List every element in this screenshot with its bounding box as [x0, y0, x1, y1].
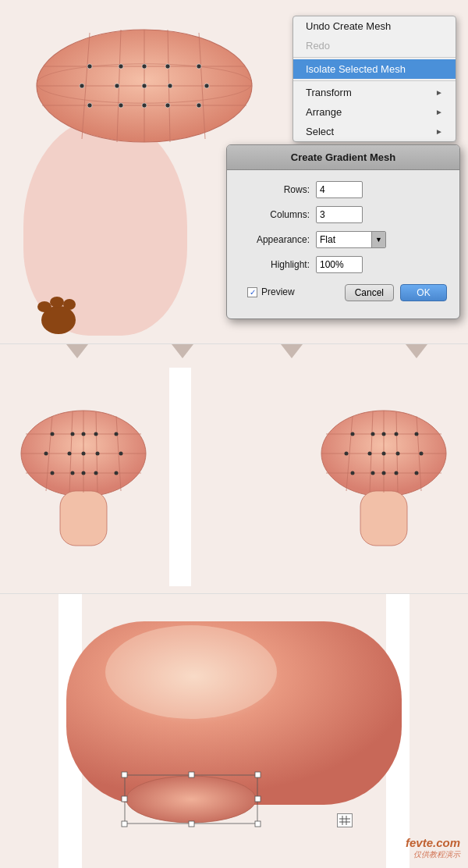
menu-item-label: Transform [306, 87, 352, 98]
appearance-row: Appearance: Flat ▼ [239, 231, 447, 248]
svg-rect-84 [189, 772, 194, 777]
svg-point-17 [142, 84, 147, 88]
menu-item-label: Undo Create Mesh [306, 20, 391, 32]
menu-item-label: Select [306, 126, 334, 137]
svg-point-21 [119, 103, 123, 108]
menu-item-redo: Redo [293, 36, 456, 55]
cancel-button[interactable]: Cancel [345, 284, 394, 301]
svg-point-53 [115, 471, 119, 475]
svg-point-22 [142, 103, 147, 108]
submenu-arrow: ► [435, 88, 443, 97]
svg-point-66 [382, 432, 386, 436]
menu-item-undo[interactable]: Undo Create Mesh [293, 16, 456, 36]
svg-point-71 [382, 452, 386, 456]
svg-point-78 [415, 471, 419, 475]
svg-point-72 [396, 452, 400, 456]
svg-point-80 [105, 625, 277, 719]
svg-point-70 [368, 452, 372, 456]
rows-input[interactable] [316, 181, 363, 198]
menu-item-label: Arrange [306, 106, 342, 118]
create-gradient-mesh-dialog: Create Gradient Mesh Rows: Columns: Appe… [226, 144, 460, 319]
submenu-arrow: ► [435, 108, 443, 116]
bottom-canvas-section: fevte.com 仅供教程演示 [0, 593, 468, 868]
submenu-arrow: ► [435, 127, 443, 136]
menu-item-select[interactable]: Select ► [293, 122, 456, 141]
appearance-label: Appearance: [239, 234, 310, 245]
middle-canvas-section [0, 343, 468, 593]
svg-point-19 [204, 84, 209, 88]
svg-point-16 [115, 84, 119, 88]
menu-separator-2 [293, 80, 456, 81]
dropdown-arrow-icon: ▼ [371, 232, 385, 247]
preview-label: Preview [261, 286, 295, 297]
svg-point-28 [63, 299, 76, 310]
svg-point-77 [395, 471, 399, 475]
white-divider-strip [169, 368, 191, 586]
svg-rect-87 [255, 796, 261, 802]
appearance-select[interactable]: Flat ▼ [316, 231, 386, 248]
dialog-title: Create Gradient Mesh [227, 145, 459, 170]
small-mesh-bottom [121, 770, 261, 829]
ok-button[interactable]: OK [400, 284, 447, 301]
svg-rect-83 [122, 772, 127, 777]
menu-item-label: Isolate Selected Mesh [306, 63, 406, 75]
svg-point-64 [351, 432, 355, 436]
columns-label: Columns: [239, 209, 310, 220]
svg-point-15 [80, 84, 84, 88]
mesh-left [12, 375, 156, 563]
paw-shape [35, 293, 82, 336]
svg-point-45 [68, 452, 72, 456]
svg-point-10 [87, 64, 92, 69]
svg-rect-88 [122, 821, 127, 827]
svg-point-20 [87, 103, 92, 108]
svg-point-39 [51, 432, 55, 436]
triangle-marker-1 [66, 344, 88, 358]
menu-item-transform[interactable]: Transform ► [293, 83, 456, 102]
svg-point-52 [94, 471, 98, 475]
svg-point-69 [345, 452, 349, 456]
svg-point-73 [420, 452, 424, 456]
menu-item-arrange[interactable]: Arrange ► [293, 102, 456, 122]
svg-point-14 [197, 64, 201, 69]
svg-point-48 [119, 452, 123, 456]
watermark-sub: 仅供教程演示 [406, 849, 460, 860]
svg-point-65 [371, 432, 375, 436]
svg-point-44 [44, 452, 48, 456]
svg-point-18 [168, 84, 172, 88]
preview-checkbox[interactable]: ✓ [247, 287, 257, 297]
dialog-body: Rows: Columns: Appearance: Flat ▼ Highli… [227, 170, 459, 318]
triangle-marker-4 [406, 344, 427, 358]
svg-point-46 [82, 452, 86, 456]
svg-point-41 [82, 432, 86, 436]
svg-point-12 [142, 64, 147, 69]
svg-point-43 [115, 432, 119, 436]
svg-point-49 [51, 471, 55, 475]
svg-point-23 [165, 103, 170, 108]
highlight-label: Highlight: [239, 259, 310, 270]
rows-label: Rows: [239, 184, 310, 195]
triangle-marker-2 [172, 344, 193, 358]
top-canvas-section: Undo Create Mesh Redo Isolate Selected M… [0, 0, 468, 343]
svg-point-24 [197, 103, 201, 108]
svg-point-76 [382, 471, 386, 475]
dialog-buttons: Cancel OK [345, 281, 447, 303]
svg-point-68 [415, 432, 419, 436]
mesh-tool-icon [337, 813, 353, 827]
svg-point-42 [94, 432, 98, 436]
svg-rect-55 [360, 491, 407, 546]
watermark-site: fevte.com [406, 836, 460, 849]
svg-rect-85 [255, 772, 261, 777]
columns-input[interactable] [316, 206, 363, 223]
menu-item-label: Redo [306, 40, 330, 52]
svg-point-51 [82, 471, 86, 475]
svg-point-27 [50, 297, 64, 308]
watermark-domain: .com [433, 836, 460, 849]
preview-row: ✓ Preview Cancel OK [239, 281, 447, 303]
highlight-input[interactable] [316, 256, 363, 273]
menu-item-isolate[interactable]: Isolate Selected Mesh [293, 59, 456, 79]
svg-point-75 [371, 471, 375, 475]
rows-row: Rows: [239, 181, 447, 198]
svg-rect-89 [189, 821, 194, 827]
appearance-value: Flat [317, 234, 371, 245]
svg-point-11 [119, 64, 123, 69]
